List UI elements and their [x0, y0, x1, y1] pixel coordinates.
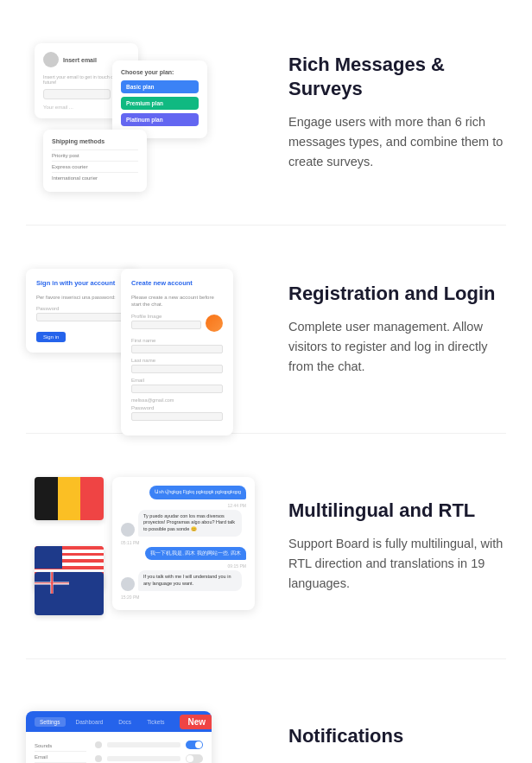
- rich-messages-text: Rich Messages & Surveys Engage users wit…: [288, 53, 506, 173]
- new-badge: New: [180, 715, 212, 729]
- plan-basic-option[interactable]: Basic plan: [121, 80, 199, 93]
- notif-tab-dashboard[interactable]: Dashboard: [71, 717, 109, 727]
- notif-row-2: [95, 754, 203, 763]
- notif-row-1: [95, 741, 203, 749]
- password-input-reg[interactable]: [131, 412, 223, 421]
- bubble-time-2: 05:11 PM: [121, 540, 246, 545]
- password-label-reg: Password: [131, 405, 223, 410]
- shipping-option-3[interactable]: International courier: [52, 172, 138, 183]
- notifications-desc: Sounds, Email, Desktop Notifications, Fl…: [288, 760, 506, 763]
- email-avatar: [43, 52, 59, 67]
- register-title: Create new account: [131, 279, 223, 287]
- notif-line-2: [107, 756, 180, 761]
- email-hint: melissa@gmail.com: [131, 397, 223, 403]
- password-input[interactable]: [36, 313, 128, 321]
- notif-sidebar-sounds[interactable]: Sounds: [35, 741, 86, 752]
- registration-text: Registration and Login Complete user man…: [288, 282, 506, 377]
- rich-messages-image: Insert email Insert your email to get in…: [26, 35, 268, 190]
- profile-avatar: [206, 315, 223, 332]
- bubble-text-2: Ty puedo ayudar con los mas diversos pro…: [138, 510, 242, 537]
- notif-tab-tickets[interactable]: Tickets: [142, 717, 169, 727]
- notif-sidebar-email[interactable]: Email: [35, 752, 86, 763]
- registration-section: Registration and Login Complete user man…: [0, 226, 532, 433]
- flag-black: [35, 477, 58, 520]
- signin-button[interactable]: Sign in: [36, 332, 66, 342]
- signin-title: Sign in with your account: [36, 279, 128, 287]
- notifications-text: Notifications Sounds, Email, Desktop Not…: [288, 724, 506, 763]
- flag-yellow: [58, 477, 81, 520]
- plan-card: Choose your plan: Basic plan Premium pla…: [112, 60, 207, 138]
- notif-sidebar: Sounds Email Desktop Flash Counter: [35, 741, 86, 763]
- shipping-option-1[interactable]: Priority post: [52, 149, 138, 161]
- bubble-text-3: 我一下机,我是, 四木 我的网站一些, 四木: [145, 547, 246, 561]
- shipping-card: Shipping methods Priority post Express c…: [43, 130, 147, 192]
- union-jack: [35, 572, 69, 594]
- notifications-title: Notifications: [288, 724, 506, 749]
- profile-img-label: Profile Image: [131, 314, 201, 319]
- bubble-time-1: 12:44 PM: [121, 503, 246, 508]
- registration-image: Sign in with your account Per favore ins…: [26, 260, 268, 398]
- plan-card-title: Choose your plan:: [121, 69, 199, 75]
- multilingual-title: Multilingual and RTL: [288, 499, 506, 524]
- notif-dot-2: [95, 755, 102, 762]
- rich-messages-section: Insert email Insert your email to get in…: [0, 0, 532, 225]
- bubble-time-4: 15:20 PM: [121, 595, 246, 600]
- rich-messages-title: Rich Messages & Surveys: [288, 53, 506, 102]
- belgium-flag: [35, 477, 104, 520]
- profile-img-input[interactable]: [131, 321, 201, 329]
- multilingual-chat-card: Աsh վhgkgq Fjgkq pgkqpgk pgkqpgkqpg 12:4…: [112, 477, 255, 610]
- email-input-register[interactable]: [131, 385, 223, 393]
- profile-image-row: Profile Image: [131, 314, 223, 334]
- signin-desc: Per favore inserisci una password:: [36, 294, 128, 301]
- notif-body: Sounds Email Desktop Flash Counter: [26, 732, 212, 763]
- bubble-avatar-2: [121, 523, 135, 537]
- last-name-label: Last name: [131, 358, 223, 363]
- notif-tab-settings[interactable]: Settings: [35, 717, 66, 727]
- chat-bubble-3: 我一下机,我是, 四木 我的网站一些, 四木: [121, 547, 246, 561]
- notif-line-1: [107, 742, 180, 747]
- au-flag: [35, 572, 104, 615]
- notifications-image: New Settings Dashboard Docs Tickets Soun…: [26, 694, 268, 763]
- shipping-title: Shipping methods: [52, 138, 138, 144]
- register-desc: Please create a new account before start…: [131, 294, 223, 308]
- register-card: Create new account Please create a new a…: [121, 269, 233, 436]
- notifications-card: New Settings Dashboard Docs Tickets Soun…: [26, 711, 212, 763]
- flag-red: [80, 477, 104, 520]
- us-canton: [35, 546, 62, 569]
- multilingual-text: Multilingual and RTL Support Board is fu…: [288, 499, 506, 594]
- chat-bubble-2: Ty puedo ayudar con los mas diversos pro…: [121, 510, 246, 537]
- plan-premium-option[interactable]: Premium plan: [121, 97, 199, 110]
- bubble-time-3: 09:15 PM: [121, 563, 246, 569]
- chat-bubble-4: If you talk with me I will understand yo…: [121, 570, 246, 590]
- first-name-input[interactable]: [131, 345, 223, 353]
- rich-messages-desc: Engage users with more than 6 rich messa…: [288, 112, 506, 173]
- au-flag-inner: [35, 572, 104, 615]
- password-label: Password: [36, 306, 128, 311]
- notifications-section: Notifications Sounds, Email, Desktop Not…: [0, 659, 532, 763]
- chat-bubble-1: Աsh վhgkgq Fjgkq pgkqpgk pgkqpgkqpg: [121, 486, 246, 499]
- email-card-title: Insert email: [63, 57, 97, 63]
- notif-toggle-2[interactable]: [186, 754, 203, 763]
- registration-title: Registration and Login: [288, 282, 506, 307]
- multilingual-image: Աsh վhgkgq Fjgkq pgkqpgk pgkqpgkqpg 12:4…: [26, 468, 268, 624]
- notif-main: [95, 741, 203, 763]
- email-input: [43, 89, 111, 99]
- registration-desc: Complete user management. Allow visitors…: [288, 317, 506, 378]
- shipping-option-2[interactable]: Express courier: [52, 161, 138, 172]
- multilingual-desc: Support Board is fully multilingual, wit…: [288, 534, 506, 595]
- plan-platinum-option[interactable]: Platinum plan: [121, 113, 199, 126]
- bubble-text-1: Աsh վhgkgq Fjgkq pgkqpgk pgkqpgkqpg: [149, 486, 246, 499]
- notif-tab-docs[interactable]: Docs: [113, 717, 136, 727]
- bubble-avatar-4: [121, 577, 135, 591]
- notif-dot-1: [95, 741, 102, 748]
- first-name-label: First name: [131, 338, 223, 343]
- notif-toggle-1[interactable]: [186, 741, 203, 749]
- last-name-input[interactable]: [131, 365, 223, 373]
- bubble-text-4: If you talk with me I will understand yo…: [138, 570, 242, 590]
- multilingual-section: Աsh վhgkgq Fjgkq pgkqpgk pgkqpgkqpg 12:4…: [0, 434, 532, 658]
- email-label: Email: [131, 378, 223, 383]
